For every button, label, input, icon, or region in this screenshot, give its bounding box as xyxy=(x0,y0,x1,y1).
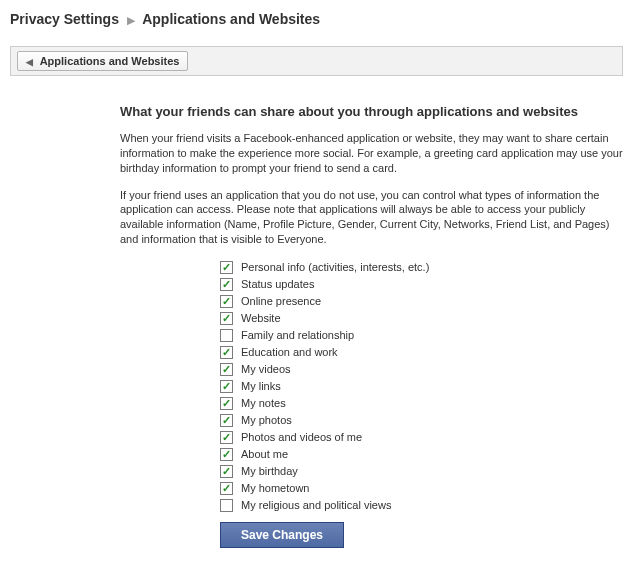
option-checkbox[interactable] xyxy=(220,363,233,376)
option-label: Status updates xyxy=(241,278,314,290)
option-row: My links xyxy=(220,378,623,395)
option-label: My hometown xyxy=(241,482,309,494)
intro-paragraph-2: If your friend uses an application that … xyxy=(120,188,623,247)
option-checkbox[interactable] xyxy=(220,499,233,512)
option-checkbox[interactable] xyxy=(220,465,233,478)
option-row: My videos xyxy=(220,361,623,378)
option-checkbox[interactable] xyxy=(220,397,233,410)
option-row: Online presence xyxy=(220,293,623,310)
breadcrumb: Privacy Settings ▶ Applications and Webs… xyxy=(10,8,623,30)
option-checkbox[interactable] xyxy=(220,346,233,359)
option-label: My links xyxy=(241,380,281,392)
option-checkbox[interactable] xyxy=(220,278,233,291)
options-list: Personal info (activities, interests, et… xyxy=(120,259,623,514)
option-row: Education and work xyxy=(220,344,623,361)
tab-bar: ◀ Applications and Websites xyxy=(10,46,623,76)
intro-paragraph-1: When your friend visits a Facebook-enhan… xyxy=(120,131,623,176)
option-label: About me xyxy=(241,448,288,460)
option-label: My photos xyxy=(241,414,292,426)
breadcrumb-current: Applications and Websites xyxy=(142,11,320,27)
option-label: My birthday xyxy=(241,465,298,477)
option-label: My notes xyxy=(241,397,286,409)
option-label: Family and relationship xyxy=(241,329,354,341)
option-row: Website xyxy=(220,310,623,327)
option-row: My notes xyxy=(220,395,623,412)
option-label: Photos and videos of me xyxy=(241,431,362,443)
option-checkbox[interactable] xyxy=(220,329,233,342)
option-row: About me xyxy=(220,446,623,463)
option-row: My photos xyxy=(220,412,623,429)
chevron-right-icon: ▶ xyxy=(127,14,135,26)
option-label: Website xyxy=(241,312,281,324)
option-row: My hometown xyxy=(220,480,623,497)
back-tab-button[interactable]: ◀ Applications and Websites xyxy=(17,51,188,71)
option-row: Status updates xyxy=(220,276,623,293)
chevron-left-icon: ◀ xyxy=(26,57,33,67)
option-row: Personal info (activities, interests, et… xyxy=(220,259,623,276)
page-heading: What your friends can share about you th… xyxy=(120,104,623,119)
main-content: What your friends can share about you th… xyxy=(10,104,623,548)
breadcrumb-parent[interactable]: Privacy Settings xyxy=(10,11,119,27)
option-checkbox[interactable] xyxy=(220,414,233,427)
option-label: Online presence xyxy=(241,295,321,307)
option-label: Education and work xyxy=(241,346,338,358)
option-checkbox[interactable] xyxy=(220,312,233,325)
option-checkbox[interactable] xyxy=(220,482,233,495)
option-row: Family and relationship xyxy=(220,327,623,344)
option-checkbox[interactable] xyxy=(220,431,233,444)
save-button[interactable]: Save Changes xyxy=(220,522,344,548)
option-checkbox[interactable] xyxy=(220,448,233,461)
option-row: My religious and political views xyxy=(220,497,623,514)
option-row: My birthday xyxy=(220,463,623,480)
tab-label: Applications and Websites xyxy=(40,55,180,67)
option-label: My religious and political views xyxy=(241,499,391,511)
option-label: My videos xyxy=(241,363,291,375)
option-row: Photos and videos of me xyxy=(220,429,623,446)
option-checkbox[interactable] xyxy=(220,380,233,393)
option-label: Personal info (activities, interests, et… xyxy=(241,261,429,273)
option-checkbox[interactable] xyxy=(220,261,233,274)
option-checkbox[interactable] xyxy=(220,295,233,308)
